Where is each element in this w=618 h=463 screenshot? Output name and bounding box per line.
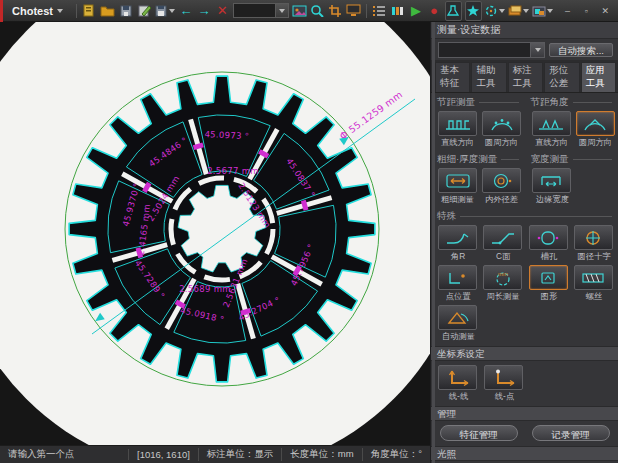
tool-edge-width[interactable]: 边缘宽度: [532, 168, 573, 207]
section-width-title: 宽度测量: [531, 153, 569, 166]
divider: [76, 4, 77, 18]
section-manage-title: 管理: [431, 406, 618, 421]
tool-tabs: 基本特征 辅助工具 标注工具 形位公差 应用工具: [431, 60, 618, 93]
viewport-svg: 45.4846 °45.0973 °45.0837 °45.7956 °45.2…: [0, 22, 430, 445]
app-title: Chotest: [12, 5, 53, 17]
delete-icon[interactable]: ✕: [215, 2, 230, 20]
section-pitch-angle-title: 节距角度: [531, 96, 569, 109]
chevron-down-icon: [530, 43, 544, 57]
tab-auxiliary-tools[interactable]: 辅助工具: [471, 62, 506, 92]
tool-point-position[interactable]: 点位置: [438, 265, 478, 304]
tool-slot-hole[interactable]: 槽孔: [529, 225, 569, 264]
perimeter-icon: mm: [483, 265, 522, 290]
chevron-down-icon: [547, 9, 553, 13]
chevron-down-icon: [523, 9, 529, 13]
graphic-icon: [529, 265, 568, 290]
tool-pitch-angle-circular[interactable]: 圆周方向: [576, 111, 615, 150]
tool-inner-outer-diameter[interactable]: 内外径差: [482, 168, 521, 207]
open-folder-icon[interactable]: [100, 2, 115, 20]
layer-tool-icon[interactable]: [508, 5, 529, 17]
tool-circle-cross[interactable]: 圆径十字: [574, 225, 614, 264]
overlay-tool-icon[interactable]: [532, 5, 553, 17]
save-icon[interactable]: [154, 4, 175, 17]
tab-geometric-tolerance[interactable]: 形位公差: [544, 62, 579, 92]
minimize-button[interactable]: –: [559, 3, 576, 18]
status-hint: 请输入第一个点: [0, 448, 128, 461]
tab-annotation-tools[interactable]: 标注工具: [508, 62, 543, 92]
annotation-unit[interactable]: 标注单位：显示: [198, 448, 282, 461]
screw-icon: [574, 265, 613, 290]
circle-cross-icon: [574, 225, 613, 250]
angle-unit[interactable]: 角度单位：°: [362, 448, 430, 461]
redo-arrow-icon[interactable]: →: [197, 2, 212, 20]
corner-r-icon: [438, 225, 477, 250]
tool-coord-line-line[interactable]: 线-线: [438, 365, 479, 404]
record-management-button[interactable]: 记录管理: [532, 425, 610, 441]
scale-bar-icon[interactable]: [390, 2, 405, 20]
tab-basic-features[interactable]: 基本特征: [435, 62, 470, 92]
chevron-down-icon: [169, 9, 175, 13]
maximize-button[interactable]: ▫: [578, 3, 595, 18]
axes-line-line-icon: [438, 365, 477, 390]
tool-perimeter-measure[interactable]: mm 周长测量: [483, 265, 523, 304]
section-pitch-title: 节距测量: [437, 96, 475, 109]
camera-viewport[interactable]: 45.4846 °45.0973 °45.0837 °45.7956 °45.2…: [0, 22, 430, 445]
chevron-down-icon: [275, 4, 288, 17]
slot-hole-icon: [529, 225, 568, 250]
tool-pitch-circular[interactable]: 圆周方向: [482, 111, 521, 150]
list-tool-icon[interactable]: [372, 2, 387, 20]
panel-scrollbar[interactable]: [432, 22, 435, 463]
tool-coord-line-point[interactable]: 线-点: [484, 365, 525, 404]
auto-search-button[interactable]: 自动搜索...: [549, 43, 613, 57]
tool-screw[interactable]: 螺丝: [574, 265, 614, 304]
tool-pitch-linear[interactable]: 直线方向: [438, 111, 477, 150]
divider: [366, 4, 367, 18]
undo-arrow-icon[interactable]: ←: [178, 2, 193, 20]
edit-program-icon[interactable]: [136, 2, 151, 20]
c-face-icon: [483, 225, 522, 250]
section-coords-title: 坐标系设定: [431, 346, 618, 361]
feature-select[interactable]: [438, 42, 545, 58]
app-menu-button[interactable]: Chotest: [6, 0, 71, 22]
length-unit[interactable]: 长度单位：mm: [281, 448, 361, 461]
chevron-down-icon: [57, 9, 63, 13]
import-icon[interactable]: [118, 2, 133, 20]
close-button[interactable]: ✕: [597, 3, 614, 18]
section-thickness-title: 粗细·厚度测量: [437, 153, 497, 166]
edge-width-icon: [532, 168, 571, 193]
image-tool-icon[interactable]: [292, 2, 307, 20]
linear-direction-icon: [532, 111, 571, 136]
axes-line-point-icon: [484, 365, 523, 390]
panel-title: 测量·设定数据: [431, 22, 618, 39]
auto-measure-icon: [438, 305, 477, 330]
circle-tool-icon[interactable]: [485, 5, 505, 17]
record-icon[interactable]: ●: [426, 2, 441, 20]
svg-text:2.5689 mm: 2.5689 mm: [179, 284, 231, 294]
feature-management-button[interactable]: 特征管理: [440, 425, 518, 441]
cursor-coordinates: [1016, 1610]: [128, 449, 198, 460]
workpiece-select[interactable]: [233, 3, 289, 18]
display-tool-icon[interactable]: [346, 2, 361, 20]
tool-c-face[interactable]: C面: [483, 225, 523, 264]
chevron-down-icon: [499, 9, 505, 13]
circular-direction-icon: [482, 111, 521, 136]
tool-thickness-measure[interactable]: 粗细测量: [438, 168, 477, 207]
measurement-panel: 测量·设定数据 自动搜索... 基本特征 辅助工具 标注工具 形位公差 应用工具…: [430, 22, 618, 463]
tool-pitch-angle-linear[interactable]: 直线方向: [532, 111, 571, 150]
accent-strip: [0, 0, 3, 22]
point-position-icon: [438, 265, 477, 290]
linear-direction-icon: [438, 111, 477, 136]
inner-outer-diameter-icon: [482, 168, 521, 193]
extract-tool-icon[interactable]: [465, 1, 482, 21]
crop-tool-icon[interactable]: [328, 2, 343, 20]
magnifier-icon[interactable]: [310, 2, 325, 20]
svg-text:2.5677 mm: 2.5677 mm: [207, 166, 259, 176]
tab-application-tools[interactable]: 应用工具: [581, 62, 616, 92]
tool-auto-measure[interactable]: 自动测量: [438, 305, 479, 344]
detect-tool-icon[interactable]: [445, 1, 462, 21]
tool-corner-r[interactable]: 角R: [438, 225, 478, 264]
new-file-icon[interactable]: [82, 2, 97, 20]
run-icon[interactable]: ▶: [408, 2, 423, 20]
main-toolbar: Chotest ← → ✕ ▶ ●: [0, 0, 618, 22]
tool-graphic[interactable]: 图形: [529, 265, 569, 304]
